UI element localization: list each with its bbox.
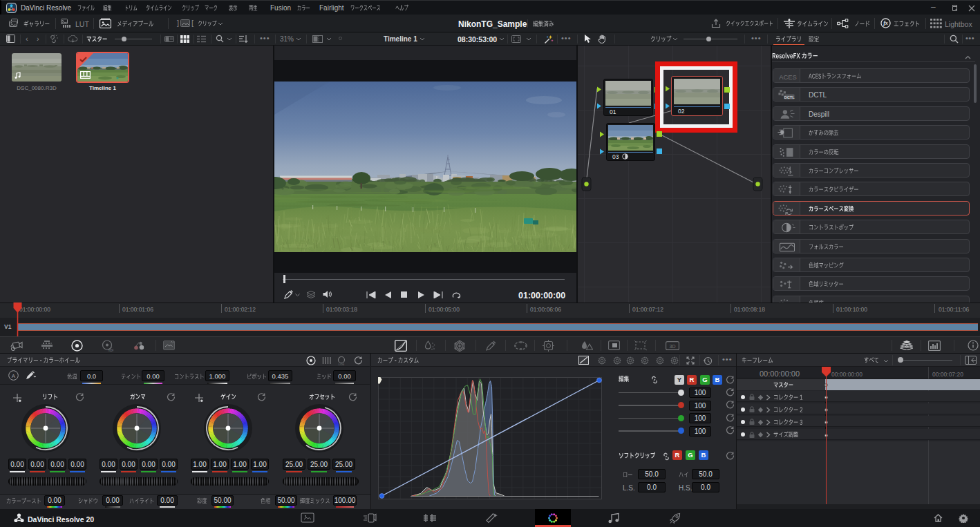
svg-text:3D: 3D xyxy=(670,344,676,349)
svg-text:fx: fx xyxy=(883,20,888,26)
svg-text:ACES: ACES xyxy=(779,73,797,81)
svg-text:DCTL: DCTL xyxy=(784,95,795,99)
svg-text:LOG: LOG xyxy=(339,363,344,366)
svg-text:A: A xyxy=(12,373,16,379)
svg-text:HDR: HDR xyxy=(108,349,113,352)
